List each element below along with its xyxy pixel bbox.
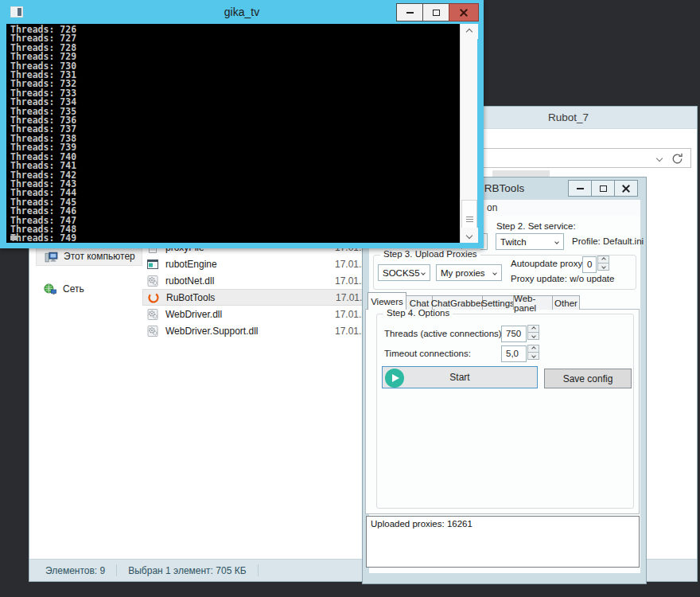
desktop: Rubot_7 Этот компьютер Сеть proxyFile xyxy=(0,0,700,597)
chevron-down-icon xyxy=(531,353,536,358)
stepper-buttons xyxy=(527,345,539,362)
maximize-icon xyxy=(600,185,607,192)
tab-chatgrabber[interactable]: ChatGrabber xyxy=(432,295,483,310)
close-icon xyxy=(460,9,468,17)
table-row[interactable]: WebDriver.Support.dll 17.01.202 xyxy=(142,322,397,339)
threads-label: Threads (active connections): xyxy=(384,329,504,338)
table-row[interactable]: WebDriver.dll 17.01.202 xyxy=(142,306,397,322)
console-titlebar[interactable]: gika_tv xyxy=(0,0,484,24)
window-controls xyxy=(397,3,479,21)
tab-settings[interactable]: Settings xyxy=(482,295,514,310)
chevron-down-icon xyxy=(421,271,426,275)
step-down-button[interactable] xyxy=(597,263,609,271)
file-name: rubotEngine xyxy=(165,259,217,270)
status-selection: Выбран 1 элемент: 705 КБ xyxy=(128,565,246,576)
sidebar-item-network[interactable]: Сеть xyxy=(36,279,142,298)
computer-icon xyxy=(45,250,58,263)
proxy-source-select[interactable]: My proxies xyxy=(436,264,502,281)
app-icon xyxy=(146,258,159,271)
console-cursor xyxy=(10,236,17,240)
log-listbox[interactable]: Uploaded proxies: 16261 xyxy=(366,516,640,568)
proxy-update-label: Proxy update: w/o update xyxy=(511,274,614,283)
minimize-icon xyxy=(406,12,414,14)
close-button[interactable] xyxy=(449,3,479,21)
close-icon xyxy=(622,185,630,193)
file-name: WebDriver.Support.dll xyxy=(165,326,259,337)
close-button[interactable] xyxy=(614,180,638,197)
tab-page-viewers: Step 4. Options Threads (active connecti… xyxy=(365,309,640,514)
stepper-buttons xyxy=(597,256,609,273)
rbtools-content: on Step 2. Set service: Twitch Profile: … xyxy=(369,200,640,573)
explorer-title: Rubot_7 xyxy=(548,111,589,123)
refresh-icon[interactable] xyxy=(671,152,684,166)
timeout-label: Timeout connections: xyxy=(384,349,471,358)
dll-icon xyxy=(146,308,159,321)
console-body: Threads: 726 Threads: 727 Threads: 728 T… xyxy=(6,24,477,243)
stepper-buttons xyxy=(527,326,539,342)
proxy-type-value: SOCKS5 xyxy=(379,268,422,278)
status-items-count: Элементов: 9 xyxy=(45,565,105,576)
console-window: gika_tv Threads: 726 Threads: 727 Thread… xyxy=(0,0,484,248)
table-row[interactable]: rubotEngine 17.01.202 xyxy=(142,256,397,272)
step3-group-label: Step 3. Upload Proxies xyxy=(380,249,480,259)
scroll-down-button[interactable] xyxy=(461,228,478,243)
minimize-icon xyxy=(577,188,584,189)
chevron-up-icon xyxy=(466,28,472,34)
step-down-button[interactable] xyxy=(527,332,539,340)
minimize-button[interactable] xyxy=(396,3,423,21)
tab-other[interactable]: Other xyxy=(552,295,580,310)
table-row[interactable]: rubotNet.dll 17.01.202 xyxy=(142,272,397,289)
scrollbar[interactable] xyxy=(460,24,477,243)
chevron-down-icon xyxy=(554,240,559,244)
tab-chat[interactable]: Chat xyxy=(406,295,433,310)
status-divider xyxy=(116,564,117,576)
tab-viewers[interactable]: Viewers xyxy=(368,292,406,310)
file-name: WebDriver.dll xyxy=(165,309,222,320)
minimize-button[interactable] xyxy=(568,180,592,197)
chevron-down-icon xyxy=(601,264,606,269)
dll-icon xyxy=(146,325,159,338)
log-line: Uploaded proxies: 16261 xyxy=(367,517,639,529)
scroll-up-button[interactable] xyxy=(461,24,478,39)
dll-icon xyxy=(146,275,159,287)
table-row-selected[interactable]: RuBotTools 17.01.202 xyxy=(142,289,397,306)
chevron-down-icon xyxy=(492,271,497,275)
timeout-stepper[interactable]: 5,0 xyxy=(501,345,539,362)
timeout-value[interactable]: 5,0 xyxy=(501,345,527,362)
step4-group: Step 4. Options Threads (active connecti… xyxy=(376,314,634,509)
sidebar-item-label: Сеть xyxy=(63,283,84,295)
profile-label: Profile: Default.ini xyxy=(572,236,644,246)
window-controls xyxy=(569,180,638,197)
file-name: RuBotTools xyxy=(166,292,215,303)
tab-strip: Viewers Chat ChatGrabber Settings Web-pa… xyxy=(368,292,580,310)
status-divider xyxy=(258,564,259,576)
autoupdate-stepper[interactable]: 0 xyxy=(582,256,609,273)
menu-item[interactable]: on xyxy=(487,202,497,213)
start-button[interactable]: Start xyxy=(382,366,538,388)
chevron-up-icon xyxy=(531,326,536,331)
step2-label: Step 2. Set service: xyxy=(496,221,576,231)
step-down-button[interactable] xyxy=(527,352,539,360)
chevron-down-icon[interactable] xyxy=(656,155,663,162)
chevron-up-icon xyxy=(601,257,606,262)
save-config-button[interactable]: Save config xyxy=(544,369,632,388)
proxy-type-select[interactable]: SOCKS5 xyxy=(378,264,430,281)
file-name: rubotNet.dll xyxy=(165,275,214,287)
header-fragment xyxy=(492,170,550,177)
rubottools-icon xyxy=(147,291,160,304)
threads-value[interactable]: 750 xyxy=(501,326,527,342)
service-value: Twitch xyxy=(496,237,555,247)
service-select[interactable]: Twitch xyxy=(496,233,564,250)
maximize-button[interactable] xyxy=(422,3,449,21)
maximize-icon xyxy=(433,10,440,16)
chevron-up-icon xyxy=(531,346,536,351)
maximize-button[interactable] xyxy=(591,180,615,197)
threads-stepper[interactable]: 750 xyxy=(501,326,539,342)
autoupdate-value[interactable]: 0 xyxy=(582,256,597,273)
sidebar-item-label: Этот компьютер xyxy=(64,251,135,262)
step3-group: Step 3. Upload Proxies SOCKS5 My proxies… xyxy=(373,255,636,290)
tab-web-panel[interactable]: Web-panel xyxy=(513,295,553,310)
chevron-down-icon xyxy=(531,334,536,338)
chevron-down-icon xyxy=(466,232,472,238)
sidebar-item-this-pc[interactable]: Этот компьютер xyxy=(36,247,142,266)
